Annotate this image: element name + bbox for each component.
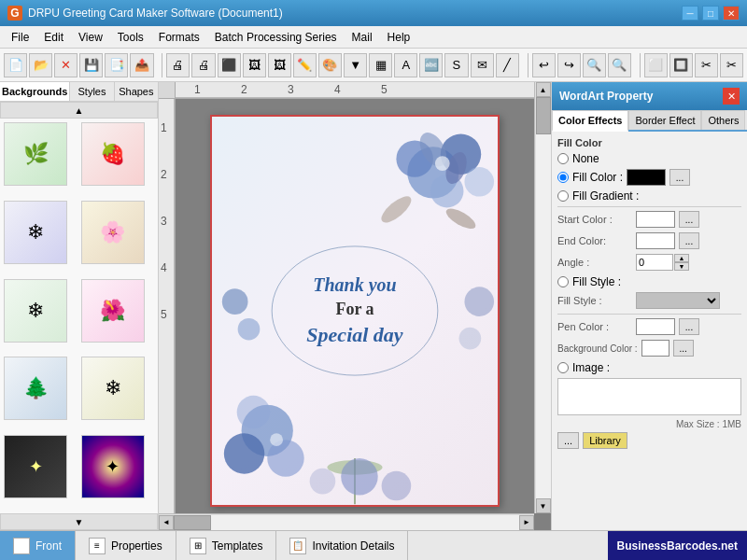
fill-color-radio[interactable] (557, 172, 569, 183)
none-radio[interactable] (557, 153, 569, 164)
angle-input[interactable] (636, 254, 673, 271)
svg-point-21 (267, 440, 303, 476)
end-color-dots-button[interactable]: ... (679, 232, 699, 249)
tool14[interactable]: ╱ (496, 53, 519, 77)
menu-edit[interactable]: Edit (36, 29, 71, 46)
menu-view[interactable]: View (71, 29, 110, 46)
tool3[interactable]: ⬛ (218, 53, 241, 77)
tool12[interactable]: S (444, 53, 468, 77)
tool18[interactable]: 🔍 (608, 53, 631, 77)
thumbnail-8[interactable]: ❄ (81, 357, 145, 420)
tool4[interactable]: 🖼 (243, 53, 266, 77)
tab-properties[interactable]: ≡ Properties (76, 531, 176, 560)
menu-help[interactable]: Help (380, 29, 418, 46)
bg-color-swatch[interactable] (641, 340, 669, 357)
tab-templates[interactable]: ⊞ Templates (176, 531, 277, 560)
fill-gradient-radio[interactable] (557, 190, 569, 202)
tool19[interactable]: ⬜ (644, 53, 668, 77)
tool15[interactable]: ↩ (532, 53, 556, 77)
end-color-swatch[interactable] (636, 232, 675, 249)
horizontal-scrollbar[interactable]: ◄ ► (159, 513, 534, 530)
tab-border-effect[interactable]: Border Effect (628, 110, 701, 130)
tool5[interactable]: 🖼 (268, 53, 291, 77)
scroll-down-button[interactable]: ▼ (0, 513, 158, 530)
tab-styles[interactable]: Styles (70, 82, 114, 101)
tab-backgrounds[interactable]: Backgrounds (0, 82, 70, 101)
export-button[interactable]: 📤 (130, 53, 153, 77)
svg-text:2: 2 (241, 83, 247, 96)
close-doc-button[interactable]: ✕ (54, 53, 78, 77)
small-dots-button[interactable]: ... (557, 432, 579, 449)
print-button[interactable]: 🖨 (166, 53, 190, 77)
fill-style-select[interactable] (636, 292, 720, 309)
tab-front[interactable]: ▤ Front (0, 531, 76, 560)
scroll-thumb-h[interactable] (174, 515, 211, 530)
tab-color-effects[interactable]: Color Effects (552, 110, 628, 132)
fill-color-dots-button[interactable]: ... (669, 169, 690, 186)
scroll-down-btn[interactable]: ▼ (536, 498, 551, 513)
tab-invitation[interactable]: 📋 Invitation Details (276, 531, 408, 560)
tool16[interactable]: ↪ (557, 53, 581, 77)
tool8[interactable]: ▼ (344, 53, 367, 77)
tool7[interactable]: 🎨 (318, 53, 342, 77)
print2-button[interactable]: 🖨 (191, 53, 215, 77)
angle-down-button[interactable]: ▼ (674, 262, 689, 271)
scroll-up-button[interactable]: ▲ (0, 102, 158, 119)
tool10[interactable]: A (394, 53, 417, 77)
menu-formats[interactable]: Formats (151, 29, 207, 46)
thumbnail-3[interactable]: ❄ (4, 201, 67, 264)
tool17[interactable]: 🔍 (583, 53, 606, 77)
fill-style-radio[interactable] (557, 276, 569, 287)
pen-color-label: Pen Color : (557, 321, 632, 332)
image-radio[interactable] (557, 362, 569, 373)
scroll-left-btn[interactable]: ◄ (159, 515, 174, 530)
tool21[interactable]: ✂ (695, 53, 718, 77)
maximize-button[interactable]: □ (702, 6, 719, 21)
pen-color-dots-button[interactable]: ... (679, 318, 699, 335)
close-button[interactable]: ✕ (723, 6, 740, 21)
library-button[interactable]: Library (583, 432, 627, 449)
tool11[interactable]: 🔤 (419, 53, 443, 77)
scroll-track-v[interactable] (536, 97, 551, 498)
open-button[interactable]: 📂 (29, 53, 52, 77)
tool22[interactable]: ✂ (720, 53, 743, 77)
pen-color-row: Pen Color : ... (557, 318, 741, 335)
scroll-thumb-v[interactable] (536, 97, 551, 134)
scroll-up-btn[interactable]: ▲ (536, 82, 551, 97)
menu-mail[interactable]: Mail (345, 29, 380, 46)
canvas-area[interactable]: 1 2 3 4 5 1 2 3 4 5 (159, 82, 551, 530)
scroll-track-h[interactable] (174, 515, 519, 530)
fill-color-swatch[interactable] (627, 169, 666, 186)
thumbnail-5[interactable]: ❄ (4, 279, 67, 343)
start-color-dots-button[interactable]: ... (679, 211, 699, 228)
thumbnail-9[interactable]: ✦ (4, 435, 67, 498)
panel-close-button[interactable]: ✕ (723, 88, 740, 105)
thumbnail-4[interactable]: 🌸 (81, 201, 145, 264)
greeting-card[interactable]: Thank you For a Special day (210, 115, 500, 507)
tool20[interactable]: 🔲 (669, 53, 693, 77)
app-title: DRPU Greeting Card Maker Software (Docum… (28, 7, 283, 20)
menu-batch[interactable]: Batch Processing Series (207, 29, 345, 46)
tool9[interactable]: ▦ (369, 53, 392, 77)
tab-shapes[interactable]: Shapes (115, 82, 158, 101)
thumbnail-2[interactable]: 🍓 (81, 122, 145, 186)
thumbnail-7[interactable]: 🌲 (4, 357, 67, 420)
minimize-button[interactable]: ─ (682, 6, 698, 21)
angle-up-button[interactable]: ▲ (674, 254, 689, 262)
thumbnail-6[interactable]: 🌺 (81, 279, 145, 343)
scroll-right-btn[interactable]: ► (519, 515, 534, 530)
tab-others[interactable]: Others (701, 110, 745, 130)
menu-tools[interactable]: Tools (110, 29, 151, 46)
menu-file[interactable]: File (4, 29, 36, 46)
new-button[interactable]: 📄 (4, 53, 27, 77)
pen-color-swatch[interactable] (636, 318, 675, 335)
start-color-swatch[interactable] (636, 211, 675, 228)
save-as-button[interactable]: 📑 (105, 53, 128, 77)
tool6[interactable]: ✏️ (293, 53, 317, 77)
save-button[interactable]: 💾 (79, 53, 103, 77)
thumbnail-10[interactable]: ✦ (81, 435, 145, 498)
tool13[interactable]: ✉ (471, 53, 494, 77)
vertical-scrollbar[interactable]: ▲ ▼ (534, 82, 551, 513)
thumbnail-1[interactable]: 🌿 (4, 122, 67, 186)
bg-color-dots-button[interactable]: ... (673, 340, 694, 357)
